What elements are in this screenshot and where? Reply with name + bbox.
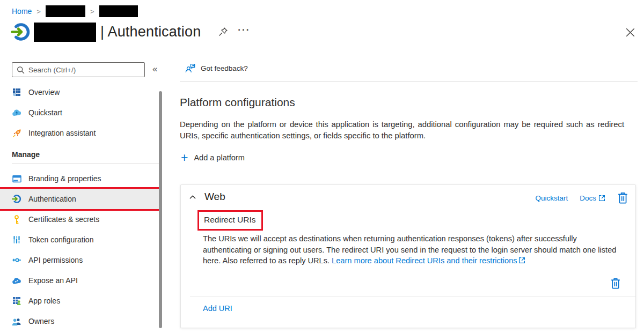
app-registration-icon — [11, 22, 31, 42]
trash-icon — [617, 191, 628, 204]
more-options-button[interactable]: ··· — [238, 25, 250, 39]
platform-configurations-description: Depending on the platform or device this… — [180, 119, 624, 142]
sidebar-item-api-permissions[interactable]: API permissions — [0, 250, 159, 270]
sidebar-item-label: Overview — [28, 88, 60, 97]
breadcrumb-redacted-link[interactable] — [46, 5, 85, 17]
add-a-platform-button[interactable]: + Add a platform — [181, 153, 245, 162]
collapse-web-section-button[interactable] — [189, 195, 196, 199]
browser-window-icon: www — [12, 174, 21, 183]
sidebar-item-branding-properties[interactable]: www Branding & properties — [0, 168, 159, 189]
add-a-platform-label: Add a platform — [194, 153, 244, 162]
sidebar-scrollbar[interactable] — [159, 91, 162, 328]
sidebar-item-label: Authentication — [28, 195, 76, 203]
web-card-actions: Quickstart Docs — [535, 191, 628, 204]
pin-button[interactable] — [217, 26, 229, 38]
sidebar-search — [12, 62, 145, 77]
external-link-icon — [518, 257, 525, 264]
learn-more-link[interactable]: Learn more about Redirect URIs and their… — [332, 256, 525, 265]
sidebar-item-token-configuration[interactable]: Token configuration — [0, 230, 159, 250]
sidebar-item-label: Integration assistant — [28, 129, 96, 137]
sidebar-item-label: Certificates & secrets — [28, 215, 99, 224]
sidebar-item-label: Expose an API — [28, 276, 78, 285]
sidebar-item-certificates-secrets[interactable]: Certificates & secrets — [0, 209, 159, 230]
trash-icon — [610, 277, 621, 290]
svg-text:www: www — [13, 180, 18, 182]
breadcrumb-separator: > — [36, 8, 41, 16]
redirect-uris-description: The URIs we will accept as destinations … — [203, 233, 625, 267]
api-node-icon — [12, 255, 21, 265]
platform-configurations-heading: Platform configurations — [180, 96, 295, 109]
breadcrumb-separator: > — [90, 8, 94, 16]
sidebar-item-authentication[interactable]: Authentication — [0, 189, 159, 209]
page-title: | Authentication — [100, 24, 201, 40]
breadcrumb-home-link[interactable]: Home — [12, 7, 32, 16]
title-bar: | Authentication ··· — [11, 22, 250, 42]
search-input[interactable] — [28, 66, 140, 74]
pin-icon — [217, 26, 229, 38]
got-feedback-label: Got feedback? — [201, 64, 248, 72]
sidebar-item-quickstart[interactable]: Quickstart — [0, 102, 159, 123]
overview-grid-icon — [12, 87, 21, 97]
rocket-icon — [12, 128, 21, 138]
search-icon — [17, 66, 25, 74]
web-platform-card: Web Quickstart Docs Redirect URIs The UR… — [180, 184, 636, 328]
chevron-up-icon — [189, 195, 196, 199]
docs-link[interactable]: Docs — [580, 194, 605, 202]
sidebar-item-owners[interactable]: Owners — [0, 311, 159, 331]
key-icon — [12, 214, 21, 224]
sidebar-item-label: Token configuration — [28, 235, 93, 244]
close-icon — [626, 28, 635, 37]
close-button[interactable] — [626, 28, 635, 37]
sidebar-section-manage: Manage — [0, 143, 159, 161]
web-card-title: Web — [204, 191, 225, 203]
learn-more-link-label: Learn more about Redirect URIs and their… — [332, 256, 517, 265]
add-uri-button[interactable]: Add URI — [203, 304, 232, 313]
authentication-icon — [12, 194, 21, 204]
docs-link-label: Docs — [580, 194, 596, 202]
collapse-sidebar-button[interactable]: « — [152, 64, 157, 75]
external-link-icon — [598, 195, 605, 202]
toolbar-divider — [180, 81, 638, 82]
azure-portal-page: Home > > | Authentication ··· — [0, 0, 644, 333]
breadcrumb-redacted-link[interactable] — [99, 5, 138, 17]
breadcrumb: Home > > — [12, 5, 138, 18]
sidebar-item-label: Branding & properties — [28, 174, 101, 183]
cloud-icon — [12, 276, 21, 285]
sidebar-divider — [12, 164, 159, 164]
redirect-uris-heading: Redirect URIs — [197, 210, 263, 231]
sidebar-nav: Overview Quickstart Integra — [0, 82, 159, 331]
grid-person-icon — [12, 296, 21, 306]
people-icon — [12, 316, 21, 326]
sidebar-item-label: Quickstart — [28, 108, 62, 117]
sidebar-item-label: Owners — [28, 317, 54, 325]
sidebar-item-label: API permissions — [28, 256, 83, 264]
sidebar-item-label: App roles — [28, 297, 60, 305]
sidebar-item-expose-an-api[interactable]: Expose an API — [0, 270, 159, 291]
sliders-icon — [12, 235, 21, 245]
sidebar-item-integration-assistant[interactable]: Integration assistant — [0, 123, 159, 143]
got-feedback-button[interactable]: Got feedback? — [185, 63, 248, 73]
quickstart-cloud-icon — [12, 108, 21, 117]
uri-row-divider — [190, 296, 635, 297]
quickstart-link[interactable]: Quickstart — [535, 194, 568, 202]
sidebar-item-app-roles[interactable]: App roles — [0, 291, 159, 311]
plus-icon: + — [181, 153, 188, 162]
delete-web-platform-button[interactable] — [617, 191, 628, 204]
sidebar-item-overview[interactable]: Overview — [0, 82, 159, 102]
delete-uri-button[interactable] — [610, 277, 621, 290]
feedback-person-icon — [185, 63, 195, 73]
app-name-redacted — [34, 23, 96, 42]
